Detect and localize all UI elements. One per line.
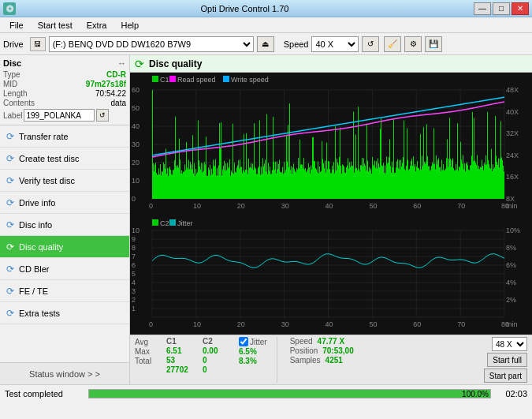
sidebar-label-fe-te: FE / TE <box>19 286 48 296</box>
time-text: 02:03 <box>496 389 527 398</box>
samples-value: 4251 <box>326 356 343 365</box>
avg-label: Avg <box>135 338 160 346</box>
disc-length-label: Length <box>3 89 28 98</box>
sidebar-item-fe-te[interactable]: ⟳ FE / TE <box>0 280 129 302</box>
jitter-label: Jitter <box>250 338 267 346</box>
drive-icon: 🖫 <box>30 37 46 51</box>
drive-label: Drive <box>3 39 24 49</box>
total-c1: 27702 <box>166 365 196 374</box>
minimize-button[interactable]: — <box>474 2 491 15</box>
verify-test-disc-icon: ⟳ <box>6 175 14 186</box>
stats-bar: Avg Max Total C1 6.51 53 27702 C2 0.00 0… <box>130 335 532 384</box>
position-value: 70:53,00 <box>322 346 353 355</box>
refresh-button[interactable]: ↺ <box>362 36 379 52</box>
disc-panel-arrow[interactable]: ↔ <box>117 58 126 68</box>
maximize-button[interactable]: □ <box>493 2 510 15</box>
disc-length-value: 70:54.22 <box>95 89 126 98</box>
sidebar-item-verify-test-disc[interactable]: ⟳ Verify test disc <box>0 170 129 192</box>
chart1-container <box>130 73 532 216</box>
charts-area <box>130 73 532 335</box>
avg-jitter: 6.5% <box>239 347 264 356</box>
content-title: Disc quality <box>149 58 202 69</box>
sidebar-item-disc-info[interactable]: ⟳ Disc info <box>0 214 129 236</box>
total-label: Total <box>135 357 160 365</box>
speed-select-stats[interactable]: 48 X <box>492 337 527 351</box>
progress-text: 100.0% <box>462 390 489 399</box>
menu-help[interactable]: Help <box>114 20 145 31</box>
sidebar-label-disc-quality: Disc quality <box>19 242 63 252</box>
chart2-container <box>130 216 532 335</box>
disc-contents-value: data <box>111 99 126 107</box>
clear-button[interactable]: 🧹 <box>384 36 401 52</box>
drive-info-icon: ⟳ <box>6 197 14 208</box>
jitter-checkbox[interactable] <box>239 337 248 346</box>
progress-bar: 100.0% <box>88 389 491 398</box>
speed-label-stats: Speed <box>290 337 313 346</box>
sidebar-item-create-test-disc[interactable]: ⟳ Create test disc <box>0 148 129 170</box>
disc-contents-label: Contents <box>3 99 35 107</box>
progress-bar-fill <box>89 390 490 398</box>
start-part-button[interactable]: Start part <box>484 368 527 383</box>
disc-type-value: CD-R <box>106 70 126 79</box>
title-bar-text: Opti Drive Control 1.70 <box>16 4 474 13</box>
title-bar: 💿 Opti Drive Control 1.70 — □ ✕ <box>0 0 532 17</box>
stats-labels-col: Avg Max Total <box>135 337 160 365</box>
stats-speed-col: Speed 47.77 X Position 70:53,00 Samples … <box>290 337 354 365</box>
disc-quality-header-icon: ⟳ <box>135 58 144 70</box>
eject-button[interactable]: ⏏ <box>257 36 274 52</box>
disc-panel-title: Disc <box>3 58 21 68</box>
sidebar-item-drive-info[interactable]: ⟳ Drive info <box>0 192 129 214</box>
sidebar-item-cd-bler[interactable]: ⟳ CD Bler <box>0 258 129 280</box>
app-icon: 💿 <box>3 2 16 15</box>
sidebar-item-transfer-rate[interactable]: ⟳ Transfer rate <box>0 125 129 148</box>
max-c2: 0 <box>203 356 233 365</box>
stats-c1-col: C1 6.51 53 27702 <box>166 337 196 374</box>
status-window-button[interactable]: Status window > > <box>0 362 129 384</box>
avg-c1: 6.51 <box>166 346 196 355</box>
max-jitter: 8.3% <box>239 357 264 365</box>
drive-select[interactable]: (F:) BENQ DVD DD DW1620 B7W9 <box>49 36 254 52</box>
max-label: Max <box>135 347 160 356</box>
c1-header: C1 <box>166 337 177 346</box>
chart1-canvas <box>130 73 532 216</box>
c2-header: C2 <box>203 337 213 346</box>
sidebar-label-transfer-rate: Transfer rate <box>19 132 69 141</box>
status-bar: Test completed 100.0% 02:03 <box>0 384 532 402</box>
sidebar: Disc ↔ Type CD-R MID 97m27s18f Length 70… <box>0 55 130 384</box>
sidebar-label-disc-info: Disc info <box>19 220 52 230</box>
content-header: ⟳ Disc quality <box>130 55 532 73</box>
drive-bar: Drive 🖫 (F:) BENQ DVD DD DW1620 B7W9 ⏏ S… <box>0 33 532 55</box>
stats-divider <box>277 337 277 383</box>
menu-file[interactable]: File <box>3 20 30 31</box>
speed-label: Speed <box>284 39 309 49</box>
settings-button[interactable]: ⚙ <box>404 36 422 52</box>
content-area: ⟳ Disc quality Avg Max Total C1 6.51 5 <box>130 55 532 384</box>
menu-extra[interactable]: Extra <box>80 20 113 31</box>
speed-select[interactable]: 40 X <box>311 36 359 52</box>
stats-c2-col: C2 0.00 0 0 <box>203 337 233 374</box>
start-full-button[interactable]: Start full <box>487 353 527 367</box>
disc-label-input[interactable] <box>24 109 95 122</box>
stats-jitter-col: Jitter 6.5% 8.3% <box>239 337 267 366</box>
window-controls: — □ ✕ <box>474 2 529 15</box>
disc-mid-label: MID <box>3 80 17 88</box>
disc-type-label: Type <box>3 70 20 79</box>
sidebar-label-create-test-disc: Create test disc <box>19 154 79 163</box>
position-label: Position <box>290 346 318 355</box>
disc-panel: Disc ↔ Type CD-R MID 97m27s18f Length 70… <box>0 55 129 125</box>
max-c1: 53 <box>166 356 196 365</box>
sidebar-item-disc-quality[interactable]: ⟳ Disc quality <box>0 236 129 258</box>
transfer-rate-icon: ⟳ <box>6 131 14 142</box>
save-button[interactable]: 💾 <box>425 36 442 52</box>
disc-label-refresh[interactable]: ↺ <box>96 109 109 122</box>
sidebar-menu: ⟳ Transfer rate ⟳ Create test disc ⟳ Ver… <box>0 125 129 362</box>
chart2-canvas <box>130 216 532 335</box>
create-test-disc-icon: ⟳ <box>6 153 14 164</box>
close-button[interactable]: ✕ <box>512 2 529 15</box>
menu-start-test[interactable]: Start test <box>32 20 79 31</box>
disc-quality-icon: ⟳ <box>6 241 14 253</box>
sidebar-item-extra-tests[interactable]: ⟳ Extra tests <box>0 302 129 324</box>
sidebar-label-verify-test-disc: Verify test disc <box>19 176 75 185</box>
samples-label: Samples <box>290 356 321 365</box>
cd-bler-icon: ⟳ <box>6 264 14 275</box>
